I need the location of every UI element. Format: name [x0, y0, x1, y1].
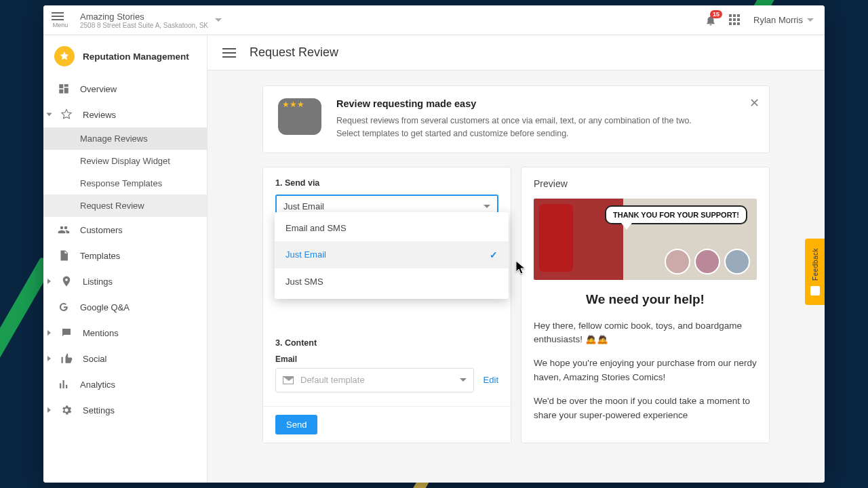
- nav-label: Customers: [80, 225, 123, 235]
- chevron-down-icon: [460, 378, 467, 382]
- user-menu[interactable]: Rylan Morris: [753, 15, 814, 25]
- business-switcher[interactable]: Amazing Stories 2508 8 Street East Suite…: [80, 12, 222, 29]
- nav-social[interactable]: Social: [43, 346, 207, 371]
- nav-label: Settings: [83, 405, 115, 415]
- page-header: Request Review: [208, 35, 825, 70]
- top-bar: Menu Amazing Stories 2508 8 Street East …: [43, 5, 825, 35]
- info-banner: Review requesting made easy Request revi…: [262, 85, 770, 153]
- nav-label: Social: [83, 354, 106, 364]
- sidebar: Reputation Management Overview Reviews M…: [43, 35, 208, 483]
- nav-listings[interactable]: Listings: [43, 268, 207, 294]
- send-panel: 1. Send via Just Email Email and SMS Jus…: [262, 167, 511, 443]
- preview-paragraph: We'd be over the moon if you could take …: [534, 394, 757, 423]
- nav-google-qa[interactable]: Google Q&A: [43, 294, 207, 320]
- business-address: 2508 8 Street East Suite A, Saskatoon, S…: [80, 22, 208, 29]
- template-placeholder: Default template: [300, 375, 365, 385]
- step3-title: 3. Content: [275, 338, 498, 348]
- nav-label: Templates: [80, 251, 120, 261]
- nav-review-widget[interactable]: Review Display Widget: [43, 150, 207, 172]
- app-name: Reputation Management: [83, 52, 189, 62]
- gear-icon: [60, 403, 73, 417]
- preview-hero-image: THANK YOU FOR YOUR SUPPORT!: [534, 199, 757, 280]
- option-email-and-sms[interactable]: Email and SMS: [275, 215, 509, 241]
- preview-paragraph: We hope you're enjoying your purchase fr…: [534, 357, 757, 385]
- send-button[interactable]: Send: [275, 415, 317, 434]
- menu-label: Menu: [52, 22, 69, 28]
- comic-art-icon: [539, 204, 573, 272]
- edit-template-link[interactable]: Edit: [484, 375, 498, 385]
- hamburger-icon: [52, 12, 64, 20]
- star-outline-icon: [60, 108, 73, 121]
- main-menu-button[interactable]: Menu: [52, 12, 69, 28]
- notifications-button[interactable]: 15: [705, 14, 717, 26]
- thumb-up-icon: [60, 352, 73, 365]
- people-icon: [57, 223, 71, 237]
- nav-settings[interactable]: Settings: [43, 397, 207, 423]
- notification-badge: 15: [710, 10, 722, 18]
- nav-response-templates[interactable]: Response Templates: [43, 172, 207, 195]
- user-name: Rylan Morris: [753, 15, 803, 25]
- option-label: Just Email: [285, 249, 326, 260]
- chat-icon: [60, 326, 73, 340]
- option-just-sms[interactable]: Just SMS: [275, 268, 509, 295]
- feedback-icon: [810, 286, 820, 296]
- feedback-tab[interactable]: Feedback: [805, 239, 825, 305]
- business-name: Amazing Stories: [80, 12, 208, 22]
- nav-request-review[interactable]: Request Review: [43, 195, 207, 217]
- chevron-down-icon: [807, 18, 814, 22]
- step1-title: 1. Send via: [275, 178, 498, 188]
- app-brand: Reputation Management: [43, 35, 207, 76]
- nav-label: Listings: [83, 277, 113, 287]
- nav-label: Analytics: [80, 380, 115, 390]
- check-icon: ✓: [490, 249, 498, 260]
- nav-label: Google Q&A: [80, 302, 130, 312]
- main-area: Request Review Review requesting made ea…: [208, 35, 825, 483]
- preview-panel: Preview THANK YOU FOR YOUR SUPPORT! We n…: [521, 167, 770, 443]
- nav-mentions[interactable]: Mentions: [43, 320, 207, 346]
- nav-templates[interactable]: Templates: [43, 243, 207, 268]
- dashboard-icon: [57, 82, 71, 96]
- google-icon: [57, 300, 71, 314]
- preview-paragraph: Hey there, fellow comic book, toys, and …: [534, 319, 757, 348]
- avatar-group: [665, 249, 750, 274]
- nav-customers[interactable]: Customers: [43, 217, 207, 243]
- feedback-label: Feedback: [812, 248, 819, 281]
- pin-icon: [60, 274, 73, 288]
- banner-illustration: [278, 98, 321, 135]
- nav-reviews[interactable]: Reviews: [43, 102, 207, 127]
- envelope-icon: [283, 376, 294, 384]
- document-icon: [57, 249, 71, 262]
- email-field-label: Email: [275, 354, 498, 364]
- banner-body: Request reviews from several customers a…: [336, 115, 703, 140]
- nav-overview[interactable]: Overview: [43, 76, 207, 102]
- nav-manage-reviews[interactable]: Manage Reviews: [43, 127, 207, 150]
- nav-label: Mentions: [83, 328, 119, 338]
- preview-heading: We need your help!: [534, 292, 757, 307]
- nav-label: Reviews: [83, 110, 116, 120]
- send-via-dropdown: Email and SMS Just Email ✓ Just SMS: [275, 212, 509, 299]
- preview-title: Preview: [534, 178, 757, 189]
- speech-bubble: THANK YOU FOR YOUR SUPPORT!: [605, 205, 747, 224]
- sidebar-toggle[interactable]: [222, 48, 236, 58]
- nav-label: Overview: [80, 84, 117, 94]
- nav-analytics[interactable]: Analytics: [43, 371, 207, 397]
- option-just-email[interactable]: Just Email ✓: [275, 241, 509, 268]
- send-via-value: Just Email: [283, 201, 324, 211]
- chevron-down-icon: [484, 205, 490, 208]
- page-title: Request Review: [250, 45, 338, 60]
- banner-heading: Review requesting made easy: [336, 98, 703, 109]
- banner-close-button[interactable]: ✕: [749, 96, 760, 110]
- chart-icon: [57, 378, 71, 391]
- chevron-down-icon: [215, 18, 222, 22]
- apps-menu-button[interactable]: [729, 14, 741, 26]
- template-select[interactable]: Default template: [275, 368, 474, 392]
- star-icon: [54, 46, 75, 66]
